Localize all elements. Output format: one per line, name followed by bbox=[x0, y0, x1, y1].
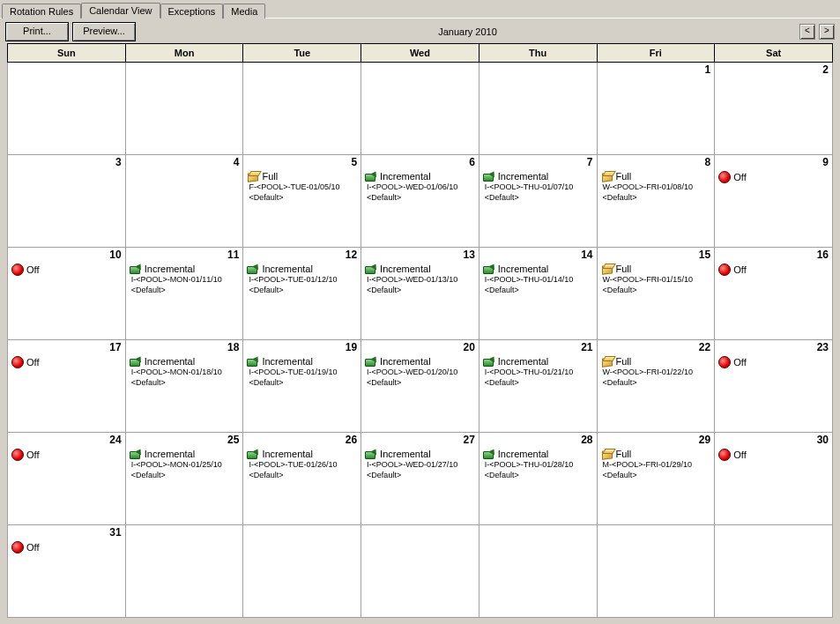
calendar-cell[interactable] bbox=[243, 525, 361, 618]
calendar-event[interactable]: IncrementalI-<POOL>-WED-01/06/10<Default… bbox=[361, 169, 479, 204]
calendar-event[interactable]: IncrementalI-<POOL>-MON-01/11/10<Default… bbox=[126, 262, 243, 297]
preview-button[interactable]: Preview... bbox=[72, 22, 136, 41]
calendar-event[interactable]: Off bbox=[715, 169, 832, 185]
calendar-cell[interactable]: 6IncrementalI-<POOL>-WED-01/06/10<Defaul… bbox=[361, 155, 479, 248]
event-title: Off bbox=[733, 264, 746, 275]
calendar-event[interactable]: IncrementalI-<POOL>-WED-01/27/10<Default… bbox=[361, 447, 479, 482]
incremental-backup-icon bbox=[247, 264, 259, 274]
calendar-cell[interactable]: 31Off bbox=[8, 525, 126, 618]
print-button[interactable]: Print... bbox=[5, 22, 69, 41]
calendar-cell[interactable] bbox=[715, 525, 833, 618]
calendar-cell[interactable]: 19IncrementalI-<POOL>-TUE-01/19/10<Defau… bbox=[243, 340, 361, 433]
prev-month-button[interactable]: < bbox=[799, 24, 815, 40]
calendar-cell[interactable]: 1 bbox=[597, 63, 715, 155]
event-title: Incremental bbox=[498, 449, 548, 459]
event-default-label: <Default> bbox=[130, 470, 242, 480]
calendar-cell[interactable]: 27IncrementalI-<POOL>-WED-01/27/10<Defau… bbox=[361, 433, 479, 525]
calendar-event[interactable]: IncrementalI-<POOL>-TUE-01/26/10<Default… bbox=[243, 447, 361, 482]
calendar-event[interactable]: Off bbox=[715, 354, 832, 370]
calendar-cell[interactable]: 22FullW-<POOL>-FRI-01/22/10<Default> bbox=[597, 340, 715, 433]
event-title: Incremental bbox=[262, 356, 312, 367]
calendar-cell[interactable]: 26IncrementalI-<POOL>-TUE-01/26/10<Defau… bbox=[243, 433, 361, 525]
calendar-cell[interactable]: 9Off bbox=[715, 155, 833, 248]
calendar-cell[interactable]: 24Off bbox=[8, 433, 126, 525]
calendar-event[interactable]: IncrementalI-<POOL>-MON-01/18/10<Default… bbox=[126, 354, 243, 390]
calendar-cell[interactable]: 28IncrementalI-<POOL>-THU-01/28/10<Defau… bbox=[479, 433, 597, 525]
day-number: 9 bbox=[822, 156, 829, 168]
calendar-cell[interactable]: 2 bbox=[715, 63, 833, 155]
calendar-event[interactable]: Off bbox=[715, 447, 832, 463]
calendar-event[interactable]: IncrementalI-<POOL>-THU-01/07/10<Default… bbox=[479, 169, 597, 204]
calendar-event[interactable]: FullW-<POOL>-FRI-01/08/10<Default> bbox=[598, 169, 715, 204]
calendar-event[interactable]: IncrementalI-<POOL>-THU-01/14/10<Default… bbox=[479, 262, 597, 297]
day-number: 28 bbox=[581, 434, 592, 446]
calendar-cell[interactable] bbox=[597, 525, 715, 618]
calendar-event[interactable]: IncrementalI-<POOL>-THU-01/28/10<Default… bbox=[479, 447, 597, 482]
calendar-cell[interactable]: 30Off bbox=[715, 433, 833, 525]
calendar-event[interactable]: FullW-<POOL>-FRI-01/15/10<Default> bbox=[598, 262, 715, 297]
day-number: 7 bbox=[587, 156, 593, 168]
calendar-cell[interactable] bbox=[125, 525, 243, 618]
calendar-event[interactable]: FullW-<POOL>-FRI-01/22/10<Default> bbox=[598, 354, 715, 390]
calendar-cell[interactable]: 3 bbox=[8, 155, 126, 248]
calendar-cell[interactable]: 20IncrementalI-<POOL>-WED-01/20/10<Defau… bbox=[361, 340, 479, 433]
day-number: 11 bbox=[227, 249, 239, 261]
calendar-event[interactable]: Off bbox=[8, 262, 125, 278]
calendar-event[interactable]: IncrementalI-<POOL>-WED-01/20/10<Default… bbox=[361, 354, 479, 390]
event-title: Incremental bbox=[380, 356, 430, 367]
calendar-cell[interactable]: 18IncrementalI-<POOL>-MON-01/18/10<Defau… bbox=[125, 340, 243, 433]
calendar-event[interactable]: IncrementalI-<POOL>-MON-01/25/10<Default… bbox=[126, 447, 243, 482]
calendar-cell[interactable] bbox=[479, 525, 597, 618]
calendar-cell[interactable]: 4 bbox=[125, 155, 243, 248]
calendar-event[interactable]: FullF-<POOL>-TUE-01/05/10<Default> bbox=[243, 169, 361, 204]
event-detail: I-<POOL>-TUE-01/26/10 bbox=[247, 459, 359, 470]
calendar-event[interactable]: IncrementalI-<POOL>-WED-01/13/10<Default… bbox=[361, 262, 479, 297]
next-month-button[interactable]: > bbox=[819, 24, 835, 40]
calendar-event[interactable]: Off bbox=[715, 262, 832, 278]
tab-media[interactable]: Media bbox=[223, 4, 265, 19]
calendar-event[interactable]: Off bbox=[8, 354, 125, 370]
calendar-event[interactable]: IncrementalI-<POOL>-THU-01/21/10<Default… bbox=[479, 354, 597, 390]
calendar-cell[interactable]: 29FullM-<POOL>-FRI-01/29/10<Default> bbox=[597, 433, 715, 525]
calendar-cell[interactable]: 25IncrementalI-<POOL>-MON-01/25/10<Defau… bbox=[125, 433, 243, 525]
day-number: 4 bbox=[234, 156, 240, 168]
calendar-cell[interactable]: 13IncrementalI-<POOL>-WED-01/13/10<Defau… bbox=[361, 248, 479, 340]
day-number: 19 bbox=[346, 341, 357, 353]
calendar-cell[interactable] bbox=[8, 63, 126, 155]
tab-exceptions[interactable]: Exceptions bbox=[160, 4, 224, 19]
calendar-cell[interactable]: 14IncrementalI-<POOL>-THU-01/14/10<Defau… bbox=[479, 248, 597, 340]
calendar-event[interactable]: IncrementalI-<POOL>-TUE-01/19/10<Default… bbox=[243, 354, 361, 390]
calendar-event[interactable]: Off bbox=[8, 447, 125, 463]
calendar-cell[interactable]: 11IncrementalI-<POOL>-MON-01/11/10<Defau… bbox=[125, 248, 243, 340]
calendar-cell[interactable]: 12IncrementalI-<POOL>-TUE-01/12/10<Defau… bbox=[243, 248, 361, 340]
day-number: 18 bbox=[227, 341, 239, 353]
calendar-cell[interactable]: 5FullF-<POOL>-TUE-01/05/10<Default> bbox=[243, 155, 361, 248]
calendar-event[interactable]: Off bbox=[8, 539, 125, 555]
off-icon bbox=[11, 449, 24, 461]
off-icon bbox=[718, 171, 731, 183]
calendar-cell[interactable]: 7IncrementalI-<POOL>-THU-01/07/10<Defaul… bbox=[479, 155, 597, 248]
tab-calendar-view[interactable]: Calendar View bbox=[81, 3, 160, 19]
event-title: Incremental bbox=[262, 264, 312, 274]
calendar-cell[interactable] bbox=[361, 63, 479, 155]
calendar-cell[interactable]: 15FullW-<POOL>-FRI-01/15/10<Default> bbox=[597, 248, 715, 340]
full-backup-icon bbox=[601, 171, 613, 182]
calendar-event[interactable]: IncrementalI-<POOL>-TUE-01/12/10<Default… bbox=[243, 262, 361, 297]
calendar-cell[interactable]: 8FullW-<POOL>-FRI-01/08/10<Default> bbox=[597, 155, 715, 248]
calendar-cell[interactable] bbox=[125, 63, 243, 155]
calendar-cell[interactable]: 17Off bbox=[8, 340, 126, 433]
calendar-cell[interactable]: 23Off bbox=[715, 340, 833, 433]
day-header: Sat bbox=[715, 44, 833, 63]
event-detail: M-<POOL>-FRI-01/29/10 bbox=[601, 459, 713, 470]
window: Rotation Rules Calendar View Exceptions … bbox=[0, 0, 840, 624]
tab-rotation-rules[interactable]: Rotation Rules bbox=[2, 4, 81, 19]
calendar-cell[interactable] bbox=[479, 63, 597, 155]
calendar-cell[interactable]: 16Off bbox=[715, 248, 833, 340]
calendar-event[interactable]: FullM-<POOL>-FRI-01/29/10<Default> bbox=[598, 447, 715, 482]
calendar-cell[interactable]: 10Off bbox=[8, 248, 126, 340]
day-number: 5 bbox=[351, 156, 357, 168]
calendar-cell[interactable] bbox=[361, 525, 479, 618]
calendar-cell[interactable]: 21IncrementalI-<POOL>-THU-01/21/10<Defau… bbox=[479, 340, 597, 433]
calendar-cell[interactable] bbox=[243, 63, 361, 155]
event-detail: I-<POOL>-TUE-01/12/10 bbox=[247, 274, 359, 285]
